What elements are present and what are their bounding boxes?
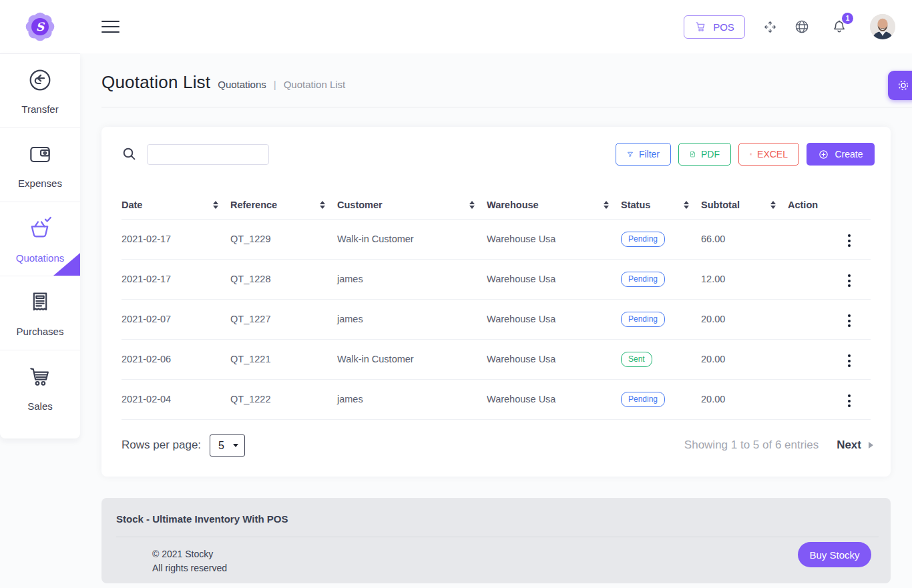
app-logo[interactable]: S	[22, 9, 58, 45]
buy-stocky-button[interactable]: Buy Stocky	[798, 542, 871, 567]
create-label: Create	[835, 149, 863, 160]
sidebar-item-purchases[interactable]: Purchases	[0, 276, 80, 350]
column-header-action: Action	[788, 191, 871, 219]
row-actions-menu-icon[interactable]	[844, 272, 855, 290]
language-globe-icon[interactable]	[794, 19, 810, 35]
create-button[interactable]: Create	[807, 143, 875, 166]
rights-text: All rights reserved	[152, 561, 227, 575]
next-page-button[interactable]: Next	[837, 438, 873, 452]
pos-button[interactable]: POS	[684, 15, 745, 39]
cell-reference: QT_1229	[230, 219, 337, 259]
screen: S POS	[0, 0, 912, 588]
menu-toggle-button[interactable]	[101, 21, 120, 33]
column-header-warehouse[interactable]: Warehouse	[487, 191, 621, 219]
row-actions-menu-icon[interactable]	[844, 392, 855, 410]
cell-date: 2021-02-17	[122, 219, 230, 259]
cell-customer: Walk-in Customer	[337, 339, 487, 379]
row-actions-menu-icon[interactable]	[844, 352, 855, 370]
rows-per-page-label: Rows per page:	[122, 438, 201, 452]
excel-label: EXCEL	[757, 149, 788, 160]
action-buttons: Filter PDF EXCEL	[616, 143, 875, 166]
table-row: 2021-02-04 QT_1222 james Warehouse Usa P…	[122, 379, 871, 419]
sidebar-item-transfer[interactable]: Transfer	[0, 54, 80, 128]
table-row: 2021-02-07 QT_1227 james Warehouse Usa P…	[122, 299, 871, 339]
pdf-label: PDF	[701, 149, 720, 160]
settings-gear-button[interactable]	[888, 71, 912, 100]
sidebar-item-quotations[interactable]: Quotations	[0, 202, 80, 276]
breadcrumb-quotations[interactable]: Quotations	[218, 79, 266, 90]
header-actions: POS 1	[684, 0, 895, 53]
sidebar: Transfer Expenses Quotations	[0, 53, 80, 438]
receipt-icon	[27, 289, 53, 318]
footer-divider	[116, 537, 879, 537]
excel-export-button[interactable]: EXCEL	[738, 143, 799, 166]
cell-warehouse: Warehouse Usa	[487, 299, 621, 339]
cell-warehouse: Warehouse Usa	[487, 259, 621, 299]
search-input[interactable]	[147, 144, 269, 165]
page-title: Quotation List	[101, 72, 210, 93]
status-badge: Pending	[621, 392, 665, 407]
row-actions-menu-icon[interactable]	[844, 312, 855, 330]
filter-button[interactable]: Filter	[616, 143, 671, 166]
sort-icon	[469, 201, 475, 209]
column-header-customer[interactable]: Customer	[337, 191, 487, 219]
wallet-icon	[27, 141, 53, 170]
cell-subtotal: 12.00	[701, 259, 788, 299]
cell-subtotal: 20.00	[701, 299, 788, 339]
rows-per-page-select[interactable]: 5	[210, 434, 245, 457]
column-header-reference[interactable]: Reference	[230, 191, 337, 219]
transfer-icon	[27, 67, 53, 96]
pdf-export-button[interactable]: PDF	[678, 143, 731, 166]
table-row: 2021-02-17 QT_1229 Walk-in Customer Ware…	[122, 219, 871, 259]
filter-funnel-icon	[627, 150, 634, 160]
table-row: 2021-02-17 QT_1228 james Warehouse Usa P…	[122, 259, 871, 299]
sidebar-item-label: Purchases	[17, 326, 64, 337]
sidebar-item-label: Expenses	[18, 178, 62, 189]
gear-icon	[896, 78, 911, 93]
cell-reference: QT_1221	[230, 339, 337, 379]
cell-subtotal: 20.00	[701, 379, 788, 419]
column-header-subtotal[interactable]: Subtotal	[701, 191, 788, 219]
column-header-status[interactable]: Status	[621, 191, 701, 219]
cell-customer: Walk-in Customer	[337, 219, 487, 259]
cell-reference: QT_1228	[230, 259, 337, 299]
footer-copyright: © 2021 Stocky All rights reserved	[152, 547, 227, 575]
notifications-bell-icon[interactable]: 1	[831, 19, 847, 35]
avatar-photo	[870, 14, 895, 39]
plus-circle-icon	[818, 149, 829, 160]
sort-icon	[684, 201, 689, 209]
logo-letter: S	[36, 20, 45, 33]
status-badge: Pending	[621, 312, 665, 327]
basket-check-icon	[26, 214, 54, 245]
cell-date: 2021-02-17	[122, 259, 230, 299]
notification-count-badge: 1	[842, 13, 853, 24]
cell-customer: james	[337, 259, 487, 299]
status-badge: Pending	[621, 232, 665, 247]
sidebar-item-expenses[interactable]: Expenses	[0, 128, 80, 202]
cell-reference: QT_1222	[230, 379, 337, 419]
stocky-logo-icon: S	[22, 9, 58, 45]
table-pagination: Rows per page: 5 Showing 1 to 5 of 6 ent…	[122, 428, 873, 462]
cell-reference: QT_1227	[230, 299, 337, 339]
sidebar-item-label: Sales	[27, 400, 53, 412]
filter-label: Filter	[639, 149, 660, 160]
pdf-file-icon	[690, 149, 696, 160]
status-badge: Sent	[621, 352, 652, 367]
cell-date: 2021-02-07	[122, 299, 230, 339]
sort-icon	[213, 201, 218, 209]
cell-warehouse: Warehouse Usa	[487, 379, 621, 419]
table-header-row: Date Reference Customer Warehouse	[122, 191, 871, 219]
column-header-date[interactable]: Date	[122, 191, 230, 219]
breadcrumb-separator: |	[274, 79, 276, 90]
fullscreen-expand-icon[interactable]	[762, 19, 778, 35]
cell-warehouse: Warehouse Usa	[487, 219, 621, 259]
row-actions-menu-icon[interactable]	[844, 232, 855, 250]
sidebar-item-sales[interactable]: Sales	[0, 350, 80, 424]
page-head: Quotation List Quotations | Quotation Li…	[101, 72, 345, 93]
header-divider	[101, 107, 912, 107]
cell-subtotal: 66.00	[701, 219, 788, 259]
table-row: 2021-02-06 QT_1221 Walk-in Customer Ware…	[122, 339, 871, 379]
breadcrumb-current: Quotation List	[284, 79, 346, 90]
user-avatar[interactable]	[870, 14, 895, 39]
excel-file-icon	[750, 149, 752, 160]
